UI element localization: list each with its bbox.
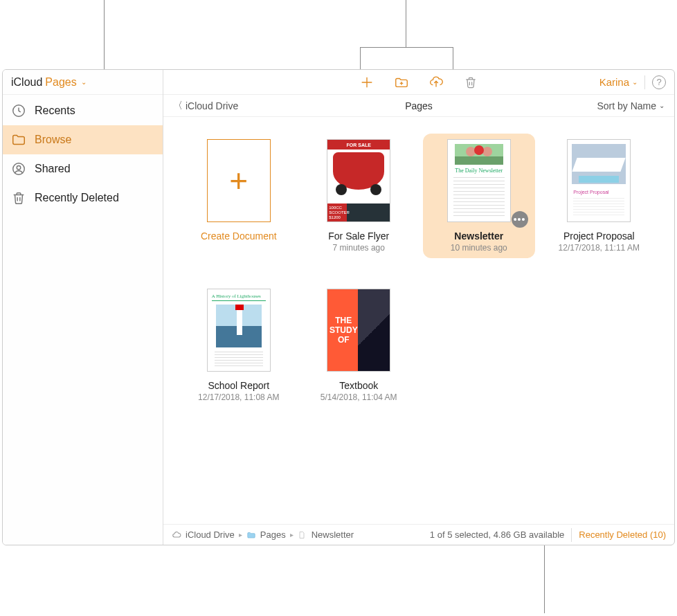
thumb-illustration bbox=[235, 305, 244, 310]
thumb-banner: FOR SALE bbox=[327, 140, 390, 150]
add-button[interactable] bbox=[359, 75, 374, 90]
main-area: Karina ⌄ ? 〈 iCloud Drive Pages Sort by … bbox=[163, 70, 674, 545]
thumb-heading: A History of Lighthouses bbox=[212, 293, 266, 301]
account-menu[interactable]: Karina ⌄ bbox=[599, 76, 638, 88]
doc-title: Create Document bbox=[201, 230, 277, 242]
doc-thumb: The Daily Newsletter bbox=[447, 139, 511, 222]
callout-line bbox=[453, 47, 453, 69]
help-button[interactable]: ? bbox=[652, 75, 666, 89]
callout-line bbox=[360, 47, 361, 69]
trash-icon bbox=[11, 190, 26, 206]
plus-icon: + bbox=[229, 162, 248, 199]
toolbar-center bbox=[359, 75, 478, 90]
document-tile-project-proposal[interactable]: Project Proposal Project Proposal 12/17/… bbox=[543, 134, 656, 258]
thumb-label: Project Proposal bbox=[573, 190, 608, 194]
toolbar: Karina ⌄ ? bbox=[163, 70, 674, 95]
doc-title: Newsletter bbox=[454, 230, 503, 242]
icloud-label: iCloud bbox=[11, 76, 42, 89]
app-name-label: Pages bbox=[45, 76, 76, 89]
sidebar-item-label: Recently Deleted bbox=[35, 192, 119, 204]
doc-meta: 12/17/2018, 11:11 AM bbox=[559, 243, 640, 253]
cloud-icon bbox=[172, 530, 181, 540]
doc-meta: 10 minutes ago bbox=[451, 243, 507, 253]
thumb-photo bbox=[358, 289, 390, 371]
sidebar: iCloud Pages ⌄ Recents Browse bbox=[3, 70, 163, 545]
sort-menu[interactable]: Sort by Name ⌄ bbox=[597, 100, 665, 111]
doc-title: School Report bbox=[208, 380, 269, 391]
breadcrumb-item[interactable]: iCloud Drive bbox=[186, 529, 235, 540]
toolbar-right: Karina ⌄ ? bbox=[599, 75, 666, 89]
sidebar-item-browse[interactable]: Browse bbox=[3, 125, 163, 154]
sidebar-item-label: Browse bbox=[35, 134, 71, 146]
doc-meta: 12/17/2018, 11:08 AM bbox=[198, 392, 279, 402]
doc-title: Project Proposal bbox=[563, 230, 635, 242]
doc-title: For Sale Flyer bbox=[328, 230, 389, 242]
person-icon bbox=[11, 161, 26, 176]
doc-title: Textbook bbox=[339, 380, 378, 391]
sidebar-item-label: Shared bbox=[35, 163, 71, 175]
new-folder-button[interactable] bbox=[394, 75, 409, 90]
callout-line bbox=[406, 0, 406, 47]
back-button[interactable]: 〈 iCloud Drive bbox=[173, 100, 238, 112]
document-tile-for-sale-flyer[interactable]: FOR SALE 100CC SCOOTER $1200 For Sale Fl… bbox=[303, 134, 415, 258]
sidebar-item-label: Recents bbox=[35, 105, 75, 117]
recently-deleted-link[interactable]: Recently Deleted (10) bbox=[579, 529, 666, 540]
divider bbox=[644, 75, 645, 89]
thumb-body-lines bbox=[573, 198, 624, 217]
account-name-label: Karina bbox=[599, 76, 629, 88]
selection-status: 1 of 5 selected, 4.86 GB available bbox=[430, 529, 564, 540]
doc-thumb: FOR SALE 100CC SCOOTER $1200 bbox=[327, 139, 390, 222]
location-bar: 〈 iCloud Drive Pages Sort by Name ⌄ bbox=[163, 95, 674, 117]
sidebar-item-recently-deleted[interactable]: Recently Deleted bbox=[3, 183, 163, 212]
doc-thumb: THE STUDY OF bbox=[327, 289, 390, 372]
folder-icon bbox=[11, 132, 26, 147]
thumb-photo bbox=[572, 144, 626, 184]
chevron-down-icon: ⌄ bbox=[81, 78, 87, 86]
thumb-illustration bbox=[572, 158, 626, 172]
app-window: iCloud Pages ⌄ Recents Browse bbox=[2, 69, 675, 545]
sidebar-list: Recents Browse Shared Recently Deleted bbox=[3, 95, 163, 212]
doc-thumb: A History of Lighthouses bbox=[207, 289, 271, 372]
thumb-illustration bbox=[333, 152, 384, 190]
sort-label: Sort by Name bbox=[597, 100, 656, 111]
chevron-right-icon: ▸ bbox=[290, 531, 294, 538]
delete-button[interactable] bbox=[463, 75, 478, 90]
create-document-thumb: + bbox=[207, 139, 271, 222]
folder-icon bbox=[246, 530, 256, 540]
status-right: 1 of 5 selected, 4.86 GB available Recen… bbox=[430, 528, 666, 542]
doc-thumb: Project Proposal bbox=[567, 139, 631, 222]
more-options-button[interactable]: ••• bbox=[512, 211, 528, 228]
thumb-price: 100CC SCOOTER $1200 bbox=[329, 206, 350, 220]
clock-icon bbox=[11, 103, 26, 118]
upload-button[interactable] bbox=[428, 75, 444, 90]
sidebar-item-shared[interactable]: Shared bbox=[3, 154, 163, 183]
thumb-body-lines bbox=[215, 352, 263, 367]
document-grid: + Create Document FOR SALE 100CC SCOOTER… bbox=[183, 134, 655, 408]
sidebar-item-recents[interactable]: Recents bbox=[3, 96, 163, 125]
thumb-illustration bbox=[474, 145, 484, 155]
breadcrumb-item[interactable]: Pages bbox=[260, 529, 286, 540]
location-title: Pages bbox=[405, 100, 433, 111]
document-tile-textbook[interactable]: THE STUDY OF Textbook 5/14/2018, 11:04 A… bbox=[303, 283, 415, 408]
callout-line bbox=[360, 47, 453, 48]
thumb-cover-text: THE STUDY OF bbox=[327, 289, 359, 371]
breadcrumb-item[interactable]: Newsletter bbox=[312, 529, 354, 540]
chevron-down-icon: ⌄ bbox=[632, 78, 638, 86]
document-grid-container: + Create Document FOR SALE 100CC SCOOTER… bbox=[163, 117, 674, 524]
chevron-down-icon: ⌄ bbox=[659, 102, 665, 109]
doc-meta: 7 minutes ago bbox=[333, 243, 385, 253]
document-tile-newsletter[interactable]: The Daily Newsletter ••• Newsletter 10 m… bbox=[423, 134, 535, 258]
chevron-right-icon: ▸ bbox=[239, 531, 242, 538]
svg-point-2 bbox=[17, 165, 21, 170]
doc-meta: 5/14/2018, 11:04 AM bbox=[321, 392, 397, 402]
document-tile-school-report[interactable]: A History of Lighthouses School Report 1… bbox=[183, 283, 295, 408]
document-icon bbox=[298, 530, 307, 540]
back-label: iCloud Drive bbox=[186, 100, 238, 111]
thumb-body-lines bbox=[453, 177, 505, 217]
thumb-illustration bbox=[579, 176, 619, 183]
divider bbox=[571, 528, 572, 542]
app-switcher[interactable]: iCloud Pages ⌄ bbox=[3, 70, 163, 95]
thumb-heading: The Daily Newsletter bbox=[448, 167, 510, 174]
create-document-tile[interactable]: + Create Document bbox=[183, 134, 295, 258]
chevron-left-icon: 〈 bbox=[173, 100, 183, 112]
